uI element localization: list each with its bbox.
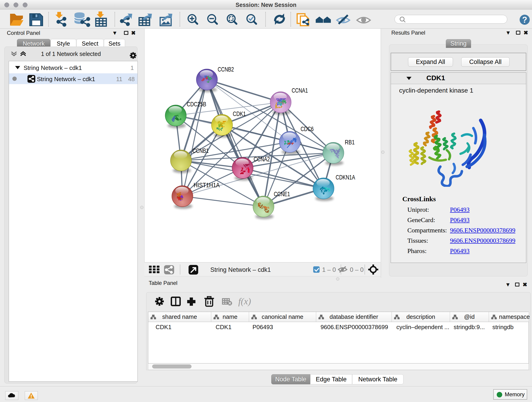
svg-text:CDC25B: CDC25B	[187, 101, 206, 108]
svg-text:f(x): f(x)	[238, 296, 251, 306]
svg-text:CDK1: CDK1	[233, 110, 246, 117]
svg-text:1 – 0: 1 – 0	[322, 266, 336, 273]
svg-text:CCNE1: CCNE1	[274, 191, 290, 198]
svg-text:CCNA1: CCNA1	[292, 87, 308, 94]
svg-text:0 – 0: 0 – 0	[350, 266, 364, 273]
svg-text:CDC6: CDC6	[301, 125, 314, 133]
svg-text:?: ?	[522, 15, 527, 25]
svg-text:CCNA2: CCNA2	[254, 156, 270, 163]
svg-text:CDKN1A: CDKN1A	[336, 174, 355, 181]
svg-text:CCNB2: CCNB2	[218, 66, 234, 73]
svg-text:HIST1H1A: HIST1H1A	[194, 182, 220, 189]
svg-text:String Network – cdk1: String Network – cdk1	[210, 266, 271, 273]
svg-text:CCNB1: CCNB1	[192, 147, 209, 154]
svg-text:RB1: RB1	[345, 139, 355, 146]
